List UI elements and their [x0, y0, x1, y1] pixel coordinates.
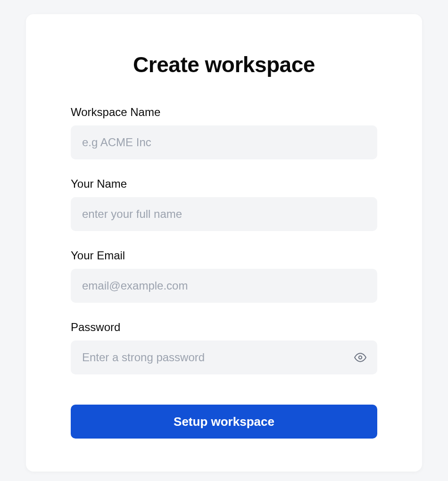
form-group-your-email: Your Email	[71, 249, 377, 303]
your-email-label: Your Email	[71, 249, 377, 262]
your-email-input[interactable]	[71, 269, 377, 303]
page-title: Create workspace	[71, 52, 377, 77]
workspace-name-label: Workspace Name	[71, 106, 377, 119]
your-name-label: Your Name	[71, 177, 377, 191]
form-group-your-name: Your Name	[71, 177, 377, 231]
workspace-name-input[interactable]	[71, 125, 377, 159]
svg-point-0	[359, 356, 362, 359]
your-name-input-wrapper	[71, 197, 377, 231]
your-name-input[interactable]	[71, 197, 377, 231]
password-input-wrapper	[71, 340, 377, 374]
create-workspace-card: Create workspace Workspace Name Your Nam…	[26, 14, 422, 472]
password-input[interactable]	[71, 340, 377, 374]
setup-workspace-button[interactable]: Setup workspace	[71, 405, 377, 439]
form-group-workspace-name: Workspace Name	[71, 106, 377, 159]
password-label: Password	[71, 321, 377, 334]
your-email-input-wrapper	[71, 269, 377, 303]
form-group-password: Password	[71, 321, 377, 374]
workspace-name-input-wrapper	[71, 125, 377, 159]
eye-icon[interactable]	[354, 351, 367, 364]
